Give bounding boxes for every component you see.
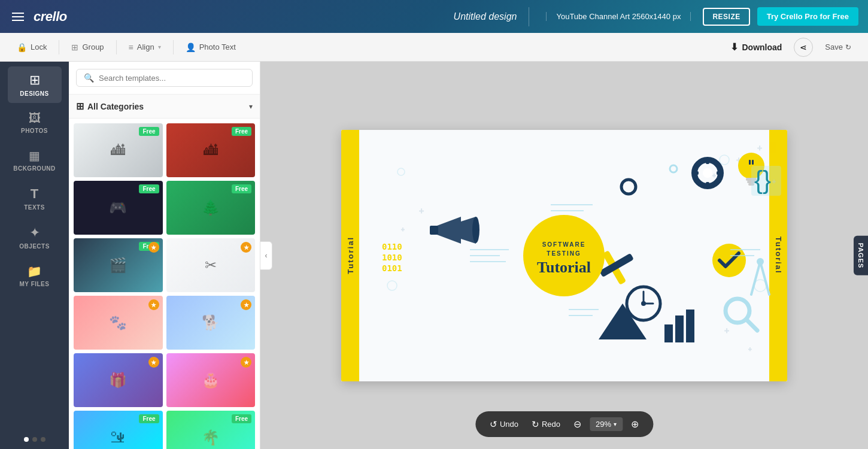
- svg-point-10: [387, 281, 397, 290]
- sidebar-item-photos[interactable]: 🖼 PHOTOS: [8, 105, 62, 140]
- sidebar-item-texts[interactable]: T TEXTS: [8, 180, 62, 217]
- template-item[interactable]: 🎬 Free ★: [74, 238, 163, 292]
- svg-rect-35: [602, 250, 626, 285]
- redo-icon: ↻: [532, 419, 539, 430]
- template-badge-free: Free: [139, 127, 159, 136]
- texts-icon: T: [31, 186, 38, 202]
- search-input[interactable]: [99, 74, 245, 83]
- svg-text:TESTING: TESTING: [547, 250, 581, 257]
- group-button[interactable]: ⊞ Group: [64, 39, 111, 56]
- design-canvas[interactable]: Tutorial Tutorial + + + + + +: [341, 130, 787, 381]
- template-item[interactable]: ✂ ★: [166, 238, 256, 292]
- zoom-out-button[interactable]: ⊖: [569, 416, 586, 432]
- sidebar-item-designs[interactable]: ⊞ DESIGNS: [8, 66, 62, 103]
- template-badge-pro: ★: [148, 242, 159, 253]
- design-format: YouTube Channel Art 2560x1440 px: [546, 12, 691, 21]
- toolbar: 🔒 Lock ⊞ Group ≡ Align ▾ 👤 Photo Text ⬇ …: [0, 33, 868, 62]
- template-item[interactable]: 🌲 Free: [166, 181, 256, 235]
- sidebar-icons: ⊞ DESIGNS 🖼 PHOTOS ▦ BCKGROUND T TEXTS ✦…: [0, 62, 69, 449]
- canvas-svg: + + + + + + + +: [341, 130, 787, 381]
- sidebar-dot-2[interactable]: [32, 437, 37, 442]
- sidebar-dot-1[interactable]: [24, 437, 29, 442]
- svg-text:SOFTWARE: SOFTWARE: [542, 241, 586, 248]
- yellow-bar-left: Tutorial: [341, 130, 359, 381]
- svg-text:+: +: [757, 143, 762, 153]
- svg-text:0110: 0110: [382, 242, 402, 251]
- zoom-in-icon: ⊕: [631, 418, 639, 430]
- canvas-content: Tutorial Tutorial + + + + + +: [341, 130, 787, 381]
- resize-button[interactable]: RESIZE: [703, 8, 749, 26]
- align-button[interactable]: ≡ Align ▾: [122, 39, 168, 56]
- svg-marker-14: [461, 217, 476, 244]
- zoom-display[interactable]: 29% ▾: [590, 417, 623, 431]
- svg-rect-23: [713, 160, 720, 167]
- download-icon: ⬇: [730, 41, 738, 53]
- category-bar[interactable]: ⊞ All Categories ▾: [69, 95, 260, 119]
- try-pro-button[interactable]: Try Crello Pro for Free: [757, 7, 858, 26]
- group-icon: ⊞: [71, 43, 78, 52]
- svg-rect-22: [695, 160, 702, 167]
- main-layout: ⊞ DESIGNS 🖼 PHOTOS ▦ BCKGROUND T TEXTS ✦…: [0, 62, 868, 449]
- design-title: Untitled design: [454, 11, 517, 22]
- designs-icon: ⊞: [29, 72, 40, 88]
- svg-rect-20: [693, 171, 699, 175]
- grid-icon: ⊞: [76, 101, 84, 112]
- undo-button[interactable]: ↺ Undo: [485, 417, 523, 432]
- canvas-bottom-toolbar: ↺ Undo ↻ Redo ⊖ 29% ▾ ⊕: [475, 411, 653, 437]
- svg-line-56: [751, 262, 760, 295]
- svg-rect-18: [706, 158, 709, 164]
- svg-point-38: [641, 301, 646, 306]
- template-item[interactable]: 🐾 ★: [74, 296, 163, 350]
- photo-text-button[interactable]: 👤 Photo Text: [178, 39, 243, 56]
- lock-button[interactable]: 🔒 Lock: [10, 39, 54, 56]
- svg-point-15: [472, 217, 479, 243]
- template-item[interactable]: 🏙 Free: [166, 123, 256, 177]
- svg-rect-21: [717, 171, 723, 175]
- share-button[interactable]: ⋖: [794, 38, 813, 57]
- svg-text:{}: {}: [754, 166, 771, 194]
- template-item[interactable]: 🐕 ★: [166, 296, 256, 350]
- template-item[interactable]: 🏜 Free: [74, 411, 163, 449]
- template-badge-free: Free: [232, 127, 251, 136]
- menu-button[interactable]: [10, 10, 26, 23]
- svg-line-46: [746, 320, 757, 330]
- svg-text:+: +: [736, 155, 741, 165]
- svg-point-64: [523, 215, 605, 296]
- search-bar: 🔍: [76, 69, 253, 87]
- canvas-area: ‹ Tutorial Tutorial + + +: [260, 62, 868, 449]
- zoom-out-icon: ⊖: [573, 418, 581, 430]
- svg-point-11: [397, 168, 405, 175]
- toolbar-right: ⬇ Download ⋖ Save ↻: [723, 38, 858, 57]
- svg-text:+: +: [724, 326, 729, 335]
- background-icon: ▦: [29, 148, 40, 163]
- myfiles-icon: 📁: [27, 264, 42, 278]
- toolbar-separator-2: [116, 40, 117, 54]
- download-button[interactable]: ⬇ Download: [723, 38, 789, 56]
- svg-point-58: [757, 258, 764, 265]
- sidebar-item-background[interactable]: ▦ BCKGROUND: [8, 142, 62, 178]
- zoom-dropdown-icon: ▾: [614, 421, 617, 427]
- objects-icon: ✦: [29, 225, 40, 241]
- template-badge-pro: ★: [148, 299, 159, 310]
- template-item[interactable]: 🏙 Free: [74, 123, 163, 177]
- top-nav: crello Untitled design YouTube Channel A…: [0, 0, 868, 33]
- svg-point-16: [694, 160, 721, 186]
- collapse-panel-button[interactable]: ‹: [260, 241, 272, 270]
- svg-rect-31: [752, 160, 754, 165]
- svg-text:+: +: [712, 172, 716, 179]
- undo-icon: ↺: [490, 419, 497, 430]
- template-badge-free: Free: [232, 414, 251, 423]
- template-item[interactable]: 🌴 Free: [166, 411, 256, 449]
- sidebar-dot-3[interactable]: [41, 437, 45, 442]
- template-item[interactable]: 🎮 Free: [74, 181, 163, 235]
- sidebar-item-objects[interactable]: ✦ OBJECTS: [8, 219, 62, 256]
- sidebar-item-myfiles[interactable]: 📁 MY FILES: [8, 258, 62, 293]
- svg-marker-12: [437, 217, 461, 244]
- template-item[interactable]: 🎂 ★: [166, 353, 256, 407]
- save-button[interactable]: Save ↻: [818, 39, 858, 55]
- svg-rect-13: [430, 226, 438, 235]
- redo-button[interactable]: ↻ Redo: [527, 417, 565, 432]
- zoom-in-button[interactable]: ⊕: [626, 416, 644, 432]
- template-item[interactable]: 🎁 ★: [74, 353, 163, 407]
- pages-tab[interactable]: PAGES: [854, 235, 868, 275]
